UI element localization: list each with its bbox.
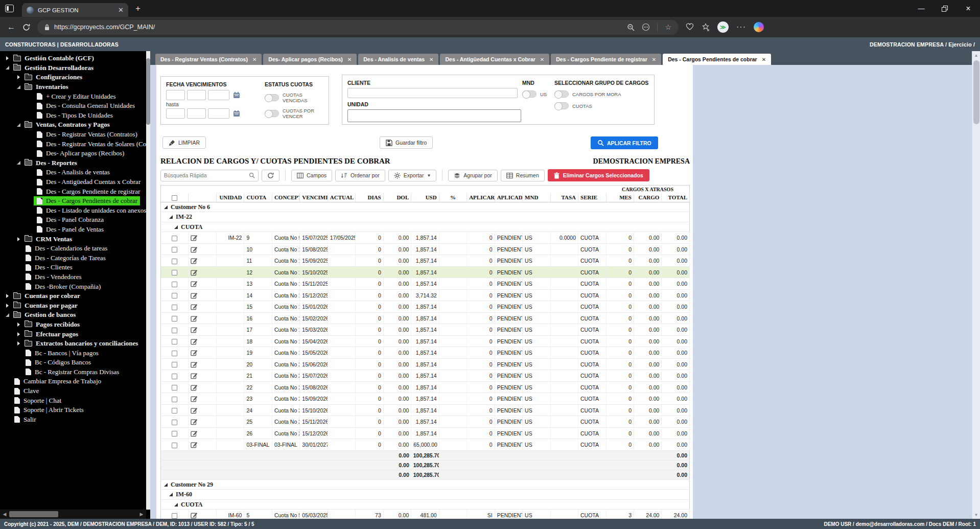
table-row[interactable]: IM-605Cuota No 505/03/2025730.00481.00SI… bbox=[161, 510, 690, 519]
row-checkbox[interactable] bbox=[172, 305, 177, 310]
table-row[interactable]: 11Cuota No 1115/09/202500.001,857.140PEN… bbox=[161, 255, 690, 267]
table-row[interactable]: 24Cuota No 2415/10/202600.001,857.140PEN… bbox=[161, 404, 690, 416]
app-tab[interactable]: Des - Analisis de ventas✕ bbox=[358, 54, 438, 65]
sidebar-item[interactable]: Des - Tipos De Unidades bbox=[0, 111, 150, 121]
sidebar-item[interactable]: Des - Panel Cobranza bbox=[0, 215, 150, 225]
calendar-button-desde[interactable] bbox=[231, 90, 242, 100]
campos-button[interactable]: Campos bbox=[291, 170, 332, 181]
edit-row-button[interactable] bbox=[189, 312, 216, 324]
edit-row-button[interactable] bbox=[189, 510, 216, 519]
edit-row-button[interactable] bbox=[189, 335, 216, 347]
sidebar-item[interactable]: Bc - Bancos | Vía pagos bbox=[0, 348, 150, 358]
back-icon[interactable]: ← bbox=[7, 23, 15, 31]
restore-button[interactable] bbox=[933, 0, 956, 17]
sidebar-item[interactable]: Gestión Desarrolladoras bbox=[0, 63, 150, 73]
collapse-triangle-icon[interactable] bbox=[174, 503, 178, 507]
sidebar-item[interactable]: Des - Calendarios de tareas bbox=[0, 244, 150, 254]
column-header-serie[interactable]: SERIE bbox=[578, 193, 606, 202]
sidebar-item[interactable]: Bc - Registrar Compras Divisas bbox=[0, 367, 150, 377]
sidebar-vscrollbar-thumb[interactable] bbox=[146, 58, 150, 125]
tree-expanded-icon[interactable] bbox=[4, 313, 10, 317]
edit-row-button[interactable] bbox=[189, 232, 216, 244]
column-header-tasa[interactable]: TASA bbox=[550, 193, 578, 202]
group-row[interactable]: CUOTA bbox=[161, 499, 690, 510]
group-row[interactable]: IM-60 bbox=[161, 490, 690, 500]
table-row[interactable]: 03-FINAL03-FINAL30/01/202700.0065,000.00… bbox=[161, 439, 690, 451]
sidebar-item[interactable]: Des - Consulta General Unidades bbox=[0, 101, 150, 111]
edit-row-button[interactable] bbox=[189, 266, 216, 278]
row-checkbox[interactable] bbox=[172, 316, 177, 321]
edit-row-button[interactable] bbox=[189, 255, 216, 267]
quick-search[interactable] bbox=[160, 170, 259, 181]
table-row[interactable]: 18Cuota No 1815/04/202600.001,857.140PEN… bbox=[161, 335, 690, 347]
column-header-mnd[interactable]: MND bbox=[523, 193, 550, 202]
sidebar-item[interactable]: Bc - Códigos Bancos bbox=[0, 358, 150, 367]
favorite-star-icon[interactable]: ☆ bbox=[665, 23, 671, 31]
sidebar-item[interactable]: Des - Analisis de ventas bbox=[0, 168, 150, 177]
tree-expanded-icon[interactable] bbox=[15, 85, 21, 89]
group-row[interactable]: Customer No 6 bbox=[161, 202, 690, 212]
row-checkbox[interactable] bbox=[172, 282, 177, 287]
toggle-cuotas-por-vencer[interactable] bbox=[265, 110, 279, 117]
sidebar-item[interactable]: Pagos recibidos bbox=[0, 320, 150, 330]
tab-close-icon[interactable]: ✕ bbox=[118, 6, 124, 14]
row-checkbox[interactable] bbox=[172, 247, 177, 252]
row-checkbox[interactable] bbox=[172, 351, 177, 356]
row-checkbox[interactable] bbox=[172, 420, 177, 425]
tree-expanded-icon[interactable] bbox=[15, 123, 21, 127]
sidebar-item[interactable]: Gestion de bancos bbox=[0, 310, 150, 320]
fecha-desde-mes[interactable] bbox=[187, 90, 206, 100]
browser-tab[interactable]: GCP GESTION ✕ bbox=[22, 3, 128, 17]
column-header-total[interactable]: TOTAL bbox=[662, 193, 690, 202]
scroll-right-icon[interactable]: ▶ bbox=[137, 512, 146, 517]
tree-collapsed-icon[interactable] bbox=[15, 341, 21, 346]
settings-menu-icon[interactable]: ··· bbox=[736, 22, 746, 32]
table-row[interactable]: 21Cuota No 2115/07/202600.001,857.140PEN… bbox=[161, 370, 690, 382]
table-row[interactable]: 15Cuota No 1515/01/202600.001,857.140PEN… bbox=[161, 301, 690, 313]
column-header-cuota[interactable]: CUOTA bbox=[244, 193, 272, 202]
sidebar-item[interactable]: Des- Aplicar pagos (Recibos) bbox=[0, 149, 150, 158]
edit-row-button[interactable] bbox=[189, 324, 216, 336]
sidebar-item[interactable]: Des - Antigüedad Cuentas x Cobrar bbox=[0, 177, 150, 187]
sidebar-item[interactable]: Extractos bancarios y conciliaciones bbox=[0, 339, 150, 349]
column-header-vencimiento[interactable]: VENCIMIENTO bbox=[300, 193, 328, 202]
table-row[interactable]: 20Cuota No 2015/06/202600.001,857.140PEN… bbox=[161, 358, 690, 370]
url-field[interactable]: https://gcproyects.com/GCP_MAIN/ ☆ bbox=[37, 20, 679, 35]
sidebar-item[interactable]: Des - Reportes bbox=[0, 158, 150, 168]
table-row[interactable]: 12Cuota No 1215/10/202500.001,857.140PEN… bbox=[161, 266, 690, 278]
fecha-hasta-anio[interactable] bbox=[208, 108, 229, 119]
scroll-up-icon[interactable]: ▲ bbox=[972, 51, 980, 59]
sidebar-item[interactable]: Soporte | Chat bbox=[0, 396, 150, 405]
fecha-hasta-dia[interactable] bbox=[166, 108, 185, 119]
column-header-dias[interactable]: DIAS bbox=[356, 193, 383, 202]
edit-row-button[interactable] bbox=[189, 427, 216, 439]
sidebar-item[interactable]: Des - Categorías de Tareas bbox=[0, 253, 150, 263]
toggle-cuotas-vencidas[interactable] bbox=[265, 94, 279, 101]
table-row[interactable]: 25Cuota No 2515/11/202600.001,857.140PEN… bbox=[161, 416, 690, 428]
quick-search-input[interactable] bbox=[164, 172, 247, 178]
sidebar-item[interactable]: Des - Panel de Ventas bbox=[0, 225, 150, 235]
browser-essentials-icon[interactable] bbox=[686, 23, 694, 31]
group-row[interactable]: IM-22 bbox=[161, 212, 690, 222]
exportar-button[interactable]: Exportar ▼ bbox=[388, 170, 437, 181]
row-checkbox[interactable] bbox=[172, 374, 177, 379]
tree-collapsed-icon[interactable] bbox=[15, 75, 21, 79]
cliente-input[interactable] bbox=[347, 88, 518, 98]
close-button[interactable]: × bbox=[956, 0, 980, 17]
edit-row-button[interactable] bbox=[189, 439, 216, 451]
tree-collapsed-icon[interactable] bbox=[4, 56, 10, 60]
sidebar-item[interactable]: Cuentas por cobrar bbox=[0, 291, 150, 301]
edit-row-button[interactable] bbox=[189, 416, 216, 428]
content-vscrollbar[interactable]: ▲ ▼ bbox=[972, 51, 980, 519]
tab-actions-icon[interactable] bbox=[5, 5, 14, 12]
minimize-button[interactable]: — bbox=[909, 0, 933, 17]
copilot-icon[interactable] bbox=[754, 22, 764, 32]
fecha-desde-anio[interactable] bbox=[208, 90, 229, 100]
fecha-hasta-mes[interactable] bbox=[187, 108, 206, 119]
row-checkbox[interactable] bbox=[172, 385, 177, 390]
edit-row-button[interactable] bbox=[189, 289, 216, 301]
column-header--[interactable]: % bbox=[439, 193, 466, 202]
table-row[interactable]: 16Cuota No 1615/02/202600.001,857.140PEN… bbox=[161, 312, 690, 324]
eliminar-cargos-button[interactable]: Eliminar Cargos Seleccionados bbox=[548, 169, 649, 181]
edit-row-button[interactable] bbox=[189, 393, 216, 405]
